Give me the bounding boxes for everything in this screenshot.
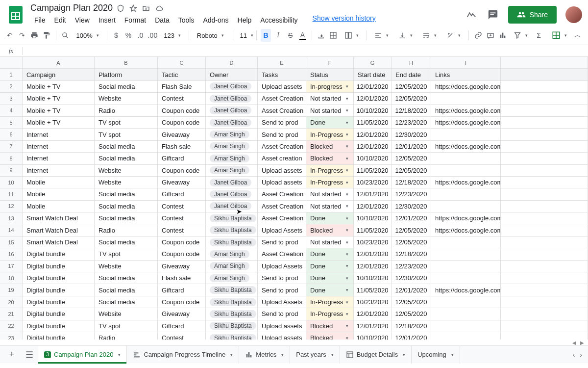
cell-owner[interactable]: Amar Singh	[206, 165, 258, 177]
cell-tasks[interactable]: Upload assets	[258, 165, 306, 177]
row-head-2[interactable]: 2	[0, 81, 23, 93]
cell-end-date[interactable]: 12/05/2020	[392, 296, 431, 308]
cell-platform[interactable]: TV spot	[95, 117, 158, 129]
cell-start-date[interactable]: 10/10/2020	[354, 272, 392, 284]
owner-chip[interactable]: Janet Gilboa	[210, 106, 251, 114]
cell-tasks[interactable]: Asset Creation	[258, 93, 306, 105]
cell-owner[interactable]: Amar Singh	[206, 248, 258, 260]
cell-status[interactable]: Blocked	[306, 332, 354, 340]
security-icon[interactable]	[117, 4, 124, 12]
menu-file[interactable]: File	[30, 14, 49, 26]
cell-link[interactable]	[431, 188, 501, 200]
cell-campaign[interactable]: Smart Watch Deal	[23, 212, 95, 224]
paint-format-button[interactable]	[42, 29, 52, 42]
cell-status[interactable]: Done	[306, 212, 354, 224]
zoom-select[interactable]: 100%	[73, 29, 103, 42]
row-head-23[interactable]: 23	[0, 332, 23, 340]
menu-format[interactable]: Format	[121, 14, 150, 26]
row-head-17[interactable]: 17	[0, 261, 23, 272]
cell-end-date[interactable]: 12/18/2020	[392, 177, 431, 188]
cell-extra[interactable]	[501, 224, 588, 236]
cell-link[interactable]	[431, 165, 501, 177]
owner-chip[interactable]: Sikhu Baptista	[210, 322, 256, 330]
owner-chip[interactable]: Amar Singh	[210, 274, 249, 282]
cell-tasks[interactable]: Send to prod	[258, 237, 306, 248]
activity-icon[interactable]	[465, 8, 478, 21]
status-dropdown[interactable]: Not started	[310, 238, 349, 246]
owner-chip[interactable]: Sikhu Baptista	[210, 214, 256, 222]
row-head-7[interactable]: 7	[0, 141, 23, 153]
cell-start-date[interactable]: 12/01/2020	[354, 261, 392, 272]
cell-end-date[interactable]: 12/05/2020	[392, 93, 431, 105]
cell-campaign[interactable]: Internet	[23, 153, 95, 164]
cell-tasks[interactable]: Upload Assets	[258, 261, 306, 272]
cell-campaign[interactable]: Digital bundle	[23, 320, 95, 332]
sheet-tab[interactable]: Upcoming	[412, 346, 460, 364]
cell-owner[interactable]: Janet Gilboa	[206, 93, 258, 105]
cell-campaign[interactable]: Digital bundle	[23, 272, 95, 284]
cell-campaign[interactable]: Internet	[23, 165, 95, 177]
status-dropdown[interactable]: Done	[310, 287, 349, 294]
cell-status[interactable]: In-Progress	[306, 129, 354, 140]
col-head-G[interactable]: G	[354, 57, 392, 69]
decrease-decimal-button[interactable]: .0̲	[135, 29, 146, 42]
cell-extra[interactable]	[501, 296, 588, 308]
chart-button[interactable]	[497, 29, 508, 42]
zoom-out-icon[interactable]	[60, 29, 71, 42]
cell-extra[interactable]	[501, 165, 588, 177]
cell-start-date[interactable]: 10/23/2020	[354, 177, 392, 188]
cell-tasks[interactable]: Asset Creation	[258, 212, 306, 224]
status-dropdown[interactable]: In-Progress	[310, 167, 349, 174]
cell-tactic[interactable]: Coupon code	[158, 248, 206, 260]
cell-link[interactable]	[431, 129, 501, 140]
col-head-B[interactable]: B	[95, 57, 158, 69]
menu-tools[interactable]: Tools	[174, 14, 198, 26]
cell-campaign[interactable]: Mobile	[23, 188, 95, 200]
owner-chip[interactable]: Amar Singh	[210, 166, 249, 174]
cell-extra[interactable]	[501, 272, 588, 284]
cell-campaign[interactable]: Internet	[23, 129, 95, 140]
cell-extra[interactable]	[501, 177, 588, 188]
cell-platform[interactable]: Social media	[95, 237, 158, 248]
cell-status[interactable]: Not started	[306, 93, 354, 105]
row-head-21[interactable]: 21	[0, 308, 23, 320]
cell-link[interactable]	[431, 201, 501, 212]
cell-tactic[interactable]: Flash sale	[158, 141, 206, 153]
cell-extra[interactable]	[501, 129, 588, 140]
cell-tactic[interactable]: Coupon code	[158, 117, 206, 129]
cell-owner[interactable]: Sikhu Baptista	[206, 320, 258, 332]
cell-tactic[interactable]: Contest	[158, 93, 206, 105]
cell-start-date[interactable]: 12/01/2020	[354, 93, 392, 105]
cell-extra[interactable]	[501, 237, 588, 248]
sheet-tab[interactable]: Past years	[290, 346, 340, 364]
cell-owner[interactable]: Janet Gilboa	[206, 177, 258, 188]
owner-chip[interactable]: Sikhu Baptista	[210, 286, 256, 294]
cell-tasks[interactable]: Upload assets	[258, 81, 306, 93]
cell-platform[interactable]: Social media	[95, 141, 158, 153]
cell-platform[interactable]: Social media	[95, 296, 158, 308]
cell-tactic[interactable]: Giftcard	[158, 320, 206, 332]
cell-tactic[interactable]: Flash sale	[158, 272, 206, 284]
cell-owner[interactable]: Janet Gilboa	[206, 188, 258, 200]
cell-link[interactable]: https://docs.google.com/document/d/1Q	[431, 105, 501, 117]
cell-tactic[interactable]: Contest	[158, 212, 206, 224]
cell-link[interactable]: https://docs.google.com/document/d/1Q	[431, 212, 501, 224]
cell-start-date[interactable]: 12/01/2020	[354, 320, 392, 332]
cell-extra[interactable]	[501, 201, 588, 212]
cell-link[interactable]	[431, 248, 501, 260]
cell-status[interactable]: Not started	[306, 188, 354, 200]
cell-start-date[interactable]: 12/01/2020	[354, 308, 392, 320]
menu-edit[interactable]: Edit	[50, 14, 70, 26]
cell-tasks[interactable]: Send to prod	[258, 129, 306, 140]
cell-status[interactable]: Not started	[306, 201, 354, 212]
cell-owner[interactable]: Sikhu Baptista	[206, 308, 258, 320]
status-dropdown[interactable]: Done	[310, 250, 349, 258]
owner-chip[interactable]: Amar Singh	[210, 131, 249, 138]
cell-owner[interactable]: Janet Gilboa	[206, 117, 258, 129]
cell-campaign[interactable]: Mobile + TV	[23, 117, 95, 129]
sheet-tab[interactable]: Campaign Progress Timeline	[127, 346, 239, 364]
cell-link[interactable]	[431, 320, 501, 332]
cell-tasks[interactable]: Upload assets	[258, 320, 306, 332]
status-dropdown[interactable]: In-Progress	[310, 310, 349, 317]
status-dropdown[interactable]: Done	[310, 263, 349, 270]
